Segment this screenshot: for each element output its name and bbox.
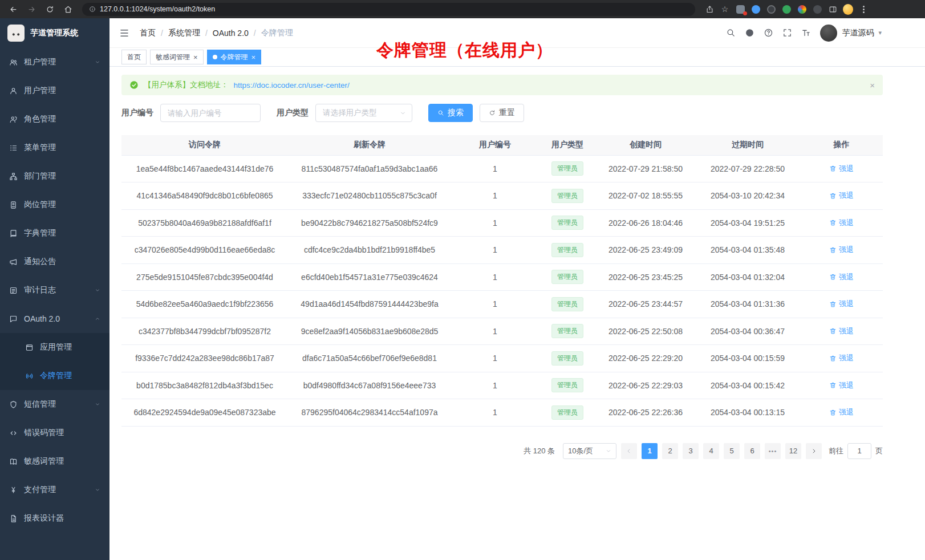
table-row: c342377bf8b344799dcbf7bf095287f2 9ce8ef2… <box>121 318 883 345</box>
share-button[interactable] <box>704 4 715 14</box>
breadcrumb-system[interactable]: 系统管理 <box>168 28 200 38</box>
tab-token[interactable]: 令牌管理 × <box>207 50 262 64</box>
force-logout-button[interactable]: 强退 <box>829 407 854 417</box>
sidebar-item-pay[interactable]: 支付管理 <box>0 476 109 504</box>
side-panel-button[interactable] <box>827 4 838 14</box>
user-id-input[interactable] <box>160 104 261 122</box>
document-icon <box>9 514 18 523</box>
browser-menu-button[interactable] <box>858 4 869 14</box>
extension-button-2[interactable] <box>750 4 761 14</box>
refresh-icon <box>489 109 496 116</box>
force-logout-button[interactable]: 强退 <box>829 164 854 174</box>
doc-link[interactable]: https://doc.iocoder.cn/user-center/ <box>234 81 350 90</box>
reset-button[interactable]: 重置 <box>480 104 524 122</box>
extension-button-1[interactable] <box>735 4 745 14</box>
tab-home[interactable]: 首页 <box>121 50 147 64</box>
bookmark-button[interactable]: ☆ <box>720 4 730 14</box>
back-button[interactable] <box>6 2 21 17</box>
reload-button[interactable] <box>42 2 57 17</box>
github-button[interactable] <box>745 28 754 38</box>
table-row: 275e5de9151045fe87cbdc395e004f4d e6cfd40… <box>121 263 883 291</box>
force-logout-button[interactable]: 强退 <box>829 299 854 309</box>
book-icon <box>9 229 18 238</box>
home-button[interactable] <box>60 2 75 17</box>
sidebar-item-sensitive-word[interactable]: 敏感词管理 <box>0 447 109 476</box>
page-size-select[interactable]: 10条/页 <box>563 443 616 459</box>
trash-icon <box>829 382 837 389</box>
app-logo[interactable]: 芋道管理系统 <box>0 18 109 48</box>
next-page-button[interactable] <box>806 443 822 459</box>
breadcrumb-oauth[interactable]: OAuth 2.0 <box>213 29 249 38</box>
font-size-button[interactable] <box>801 28 811 38</box>
sidebar-toggle-button[interactable] <box>119 28 129 38</box>
chat-bubble-icon <box>9 315 18 323</box>
close-icon[interactable]: × <box>870 80 875 90</box>
user-type-badge: 管理员 <box>551 270 583 284</box>
prev-page-button[interactable] <box>621 443 637 459</box>
user-menu[interactable]: 芋道源码 ▾ <box>820 25 882 42</box>
sidebar-item-audit-log[interactable]: 审计日志 <box>0 276 109 305</box>
chevron-down-icon: ▾ <box>878 29 882 36</box>
font-size-icon <box>801 28 811 38</box>
sidebar-item-oauth-app[interactable]: 应用管理 <box>0 333 109 362</box>
browser-actions: ☆ <box>704 4 869 14</box>
forward-button[interactable] <box>24 2 39 17</box>
sidebar-item-post[interactable]: 岗位管理 <box>0 190 109 219</box>
extension-button-3[interactable] <box>766 4 776 14</box>
close-icon[interactable]: × <box>193 54 198 61</box>
force-logout-button[interactable]: 强退 <box>829 190 854 201</box>
breadcrumb: 首页 / 系统管理 / OAuth 2.0 / 令牌管理 <box>140 28 293 38</box>
profile-button[interactable] <box>843 4 853 14</box>
page-button-2[interactable]: 2 <box>662 443 678 459</box>
user-type-select[interactable]: 请选择用户类型 <box>315 104 412 122</box>
sidebar-item-role[interactable]: 角色管理 <box>0 105 109 133</box>
extension-button-6[interactable] <box>812 4 822 14</box>
question-icon <box>764 28 773 38</box>
more-pages-button[interactable]: ••• <box>765 443 781 459</box>
extension-icon <box>782 5 791 14</box>
sidebar-item-dept[interactable]: 部门管理 <box>0 162 109 190</box>
force-logout-button[interactable]: 强退 <box>829 380 854 391</box>
tab-sensitive-word[interactable]: 敏感词管理 × <box>150 50 204 64</box>
chevron-down-icon <box>606 448 611 454</box>
close-icon[interactable]: × <box>251 54 256 61</box>
sidebar-item-user[interactable]: 用户管理 <box>0 76 109 105</box>
search-submit-button[interactable]: 搜索 <box>428 104 473 122</box>
sidebar-item-sms[interactable]: 短信管理 <box>0 390 109 419</box>
force-logout-button[interactable]: 强退 <box>829 272 854 282</box>
sidebar-item-report-designer[interactable]: 报表设计器 <box>0 504 109 533</box>
force-logout-button[interactable]: 强退 <box>829 326 854 336</box>
sidebar-item-oauth-token[interactable]: 令牌管理 <box>0 362 109 390</box>
page-button-1[interactable]: 1 <box>642 443 658 459</box>
search-button[interactable] <box>726 28 736 38</box>
breadcrumb-home[interactable]: 首页 <box>140 28 156 38</box>
sidebar-item-dict[interactable]: 字典管理 <box>0 219 109 247</box>
table-row: b0d1785bc3a8482f812db4a3f3bd15ec b0df498… <box>121 372 883 399</box>
chevron-up-icon <box>95 316 100 322</box>
table-row: 1ea5e44f8bc1467aaede43144f31de76 811c530… <box>121 155 883 182</box>
page-button-5[interactable]: 5 <box>724 443 740 459</box>
sidebar-item-tenant[interactable]: 租户管理 <box>0 48 109 76</box>
page-button-4[interactable]: 4 <box>703 443 719 459</box>
fullscreen-button[interactable] <box>782 28 792 38</box>
sidebar-item-notice[interactable]: 通知公告 <box>0 247 109 276</box>
sidebar-item-oauth[interactable]: OAuth 2.0 <box>0 305 109 333</box>
extension-button-4[interactable] <box>781 4 792 14</box>
page-button-3[interactable]: 3 <box>683 443 699 459</box>
shield-icon <box>9 400 18 409</box>
force-logout-button[interactable]: 强退 <box>829 353 854 363</box>
page-button-6[interactable]: 6 <box>744 443 760 459</box>
address-bar[interactable]: 127.0.0.1:1024/system/oauth2/token <box>82 3 695 16</box>
url-text: 127.0.0.1:1024/system/oauth2/token <box>100 5 215 13</box>
extension-button-5[interactable] <box>797 4 807 14</box>
force-logout-button[interactable]: 强退 <box>829 218 854 228</box>
sidebar-item-menu[interactable]: 菜单管理 <box>0 133 109 162</box>
page-button-12[interactable]: 12 <box>785 443 801 459</box>
sidebar-item-error-code[interactable]: 错误码管理 <box>0 419 109 447</box>
force-logout-button[interactable]: 强退 <box>829 245 854 255</box>
table-row: 41c41346a548490f9dc8b01c6bfe0865 333ecfc… <box>121 182 883 210</box>
notification-badge <box>743 11 747 15</box>
megaphone-icon <box>9 258 18 266</box>
help-button[interactable] <box>764 28 773 38</box>
goto-page-input[interactable] <box>847 443 871 459</box>
